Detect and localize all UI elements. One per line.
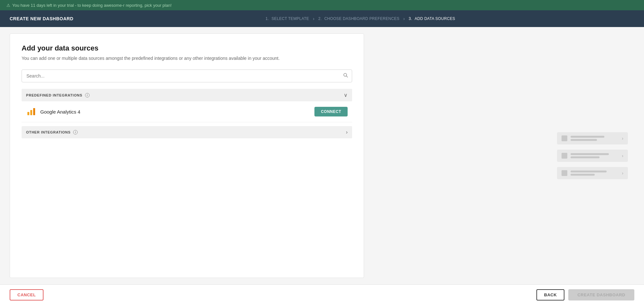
preview-arrow-1: ›: [622, 136, 623, 141]
preview-square-1: [562, 135, 567, 141]
other-chevron-icon: ›: [346, 129, 348, 135]
predefined-chevron-icon: ∨: [344, 92, 348, 98]
step-2: 2. CHOOSE DASHBOARD PREFERENCES: [318, 16, 399, 21]
step-2-number: 2.: [318, 16, 322, 21]
preview-item-2: ›: [557, 150, 628, 162]
preview-square-2: [562, 153, 567, 159]
warning-icon: ⚠: [6, 3, 10, 8]
search-container: [22, 69, 352, 82]
integration-left: Google Analytics 4: [26, 106, 80, 117]
modal-title: CREATE NEW DASHBOARD: [10, 16, 73, 21]
other-integrations-header[interactable]: OTHER INTEGRATIONS i ›: [22, 126, 352, 138]
step-3: 3. ADD DATA SOURCES: [409, 16, 455, 21]
step-3-label: ADD DATA SOURCES: [415, 16, 455, 21]
main-content: Add your data sources You can add one or…: [0, 27, 644, 284]
integration-item-ga4: Google Analytics 4 CONNECT: [22, 101, 352, 122]
predefined-integrations-label: PREDEFINED INTEGRATIONS: [26, 93, 82, 97]
preview-item-1: ›: [557, 132, 628, 144]
search-icon: [343, 73, 348, 79]
preview-line-3b: [571, 174, 595, 176]
preview-line-3a: [571, 171, 607, 172]
predefined-integrations-header[interactable]: PREDEFINED INTEGRATIONS i ∨: [22, 89, 352, 101]
chevron-2: ›: [403, 16, 405, 21]
predefined-header-left: PREDEFINED INTEGRATIONS i: [26, 93, 90, 97]
steps-navigation: 1. SELECT TEMPLATE › 2. CHOOSE DASHBOARD…: [86, 16, 634, 21]
svg-line-1: [346, 76, 348, 77]
predefined-info-icon: i: [85, 93, 90, 97]
create-dashboard-button[interactable]: CREATE DASHBOARD: [568, 289, 634, 300]
step-1-number: 1.: [265, 16, 269, 21]
svg-rect-3: [30, 110, 32, 115]
header-bar: CREATE NEW DASHBOARD 1. SELECT TEMPLATE …: [0, 10, 644, 27]
svg-rect-2: [27, 112, 29, 115]
dialog-card: Add your data sources You can add one or…: [10, 33, 364, 278]
preview-line-1b: [571, 139, 597, 141]
chevron-1: ›: [313, 16, 314, 21]
back-button[interactable]: BACK: [536, 289, 565, 300]
preview-item-3: ›: [557, 167, 628, 179]
svg-rect-4: [33, 108, 35, 115]
preview-square-3: [562, 170, 567, 176]
other-integrations-label: OTHER INTEGRATIONS: [26, 130, 71, 134]
preview-lines-3: [571, 171, 619, 176]
preview-panel: › › ›: [370, 33, 634, 278]
preview-lines-2: [571, 153, 619, 158]
trial-banner: ⚠ You have 11 days left in your trial - …: [0, 0, 644, 10]
dialog-body: Add your data sources You can add one or…: [10, 34, 364, 278]
cancel-button[interactable]: CANCEL: [10, 289, 43, 300]
step-2-label: CHOOSE DASHBOARD PREFERENCES: [324, 16, 399, 21]
preview-line-1a: [571, 136, 604, 138]
dialog-subtitle: You can add one or multiple data sources…: [22, 55, 352, 62]
preview-line-2a: [571, 153, 609, 155]
footer-bar: CANCEL BACK CREATE DASHBOARD: [0, 284, 644, 305]
step-1: 1. SELECT TEMPLATE: [265, 16, 309, 21]
preview-line-2b: [571, 156, 600, 158]
step-3-number: 3.: [409, 16, 412, 21]
other-header-left: OTHER INTEGRATIONS i: [26, 130, 78, 134]
dialog-title: Add your data sources: [22, 44, 352, 52]
footer-right: BACK CREATE DASHBOARD: [536, 289, 634, 300]
connect-button-ga4[interactable]: CONNECT: [314, 107, 348, 116]
integration-name-ga4: Google Analytics 4: [40, 109, 80, 115]
trial-text: You have 11 days left in your trial - to…: [12, 3, 172, 8]
search-input[interactable]: [22, 69, 352, 82]
preview-arrow-2: ›: [622, 153, 623, 158]
preview-arrow-3: ›: [622, 171, 623, 176]
ga4-icon: [26, 106, 36, 117]
other-info-icon: i: [73, 130, 78, 134]
step-1-label: SELECT TEMPLATE: [272, 16, 309, 21]
preview-lines-1: [571, 136, 619, 141]
